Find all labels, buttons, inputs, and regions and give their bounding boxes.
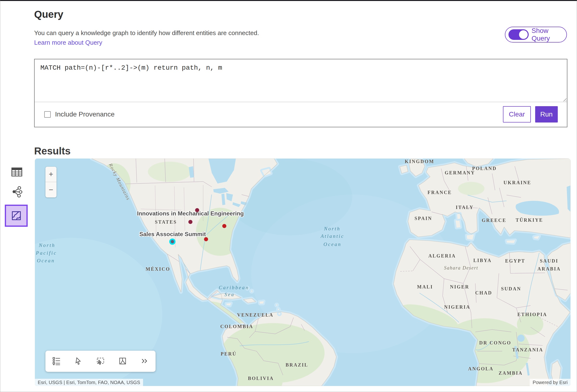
entity-label: Innovations in Mechanical Engineering <box>137 210 244 217</box>
country-label: TÜRKIYE <box>516 217 543 223</box>
water-label: Atlantic <box>321 233 345 239</box>
resize-grip-icon[interactable] <box>562 97 566 101</box>
table-view-button[interactable] <box>11 166 23 179</box>
country-label: ANGOLA <box>468 366 494 372</box>
water-label: North <box>39 242 55 248</box>
learn-more-link[interactable]: Learn more about Query <box>34 39 102 46</box>
graph-view-button[interactable] <box>11 185 23 199</box>
water-label: Sea <box>224 292 235 298</box>
run-button[interactable]: Run <box>535 106 558 123</box>
country-label: STATES <box>155 219 177 225</box>
page-description: You can query a knowledge graph to ident… <box>34 29 259 37</box>
water-label: Ocean <box>37 258 55 264</box>
terrain-label: Sahara Desert <box>444 265 478 271</box>
country-label: MALI <box>417 284 433 290</box>
cursor-select-button[interactable] <box>73 356 84 367</box>
query-footer: Include Provenance Clear Run <box>35 102 567 127</box>
map-attribution: Esri, USGS | Esri, TomTom, FAO, NOAA, US… <box>35 379 143 386</box>
country-label: FRANCE <box>428 190 452 195</box>
more-tools-icon <box>140 357 149 365</box>
map-view-button[interactable] <box>5 205 28 227</box>
country-label: GERMANY <box>445 170 475 176</box>
water-label: Ocean <box>324 241 342 247</box>
select-rectangle-button[interactable] <box>95 356 106 367</box>
country-label: ZAMBIA <box>499 370 523 376</box>
country-label: ARABIA <box>538 266 561 272</box>
water-label: Caribbean <box>219 285 249 291</box>
country-label: GREECE <box>482 218 506 223</box>
cursor-select-icon <box>74 357 83 365</box>
table-icon <box>11 166 23 178</box>
zoom-out-button[interactable]: − <box>45 182 57 197</box>
country-label: TANZANIA <box>512 347 543 353</box>
country-label: SPAIN <box>414 216 432 221</box>
include-provenance-checkbox[interactable] <box>44 111 51 118</box>
country-label: EGYPT <box>505 258 525 264</box>
country-label: LIBYA <box>473 258 492 263</box>
show-query-toggle[interactable]: Show Query <box>505 27 567 42</box>
query-text: MATCH path=(n)-[r*..2]->(m) return path,… <box>40 64 222 72</box>
select-polygon-button[interactable] <box>117 356 128 367</box>
toggle-switch-icon[interactable] <box>508 29 529 40</box>
country-label: UKRAINE <box>504 180 531 185</box>
zoom-in-button[interactable]: + <box>45 167 57 182</box>
country-label: MÉXICO <box>146 266 170 272</box>
map-marker[interactable] <box>188 220 193 224</box>
query-textarea[interactable]: MATCH path=(n)-[r*..2]->(m) return path,… <box>35 59 567 102</box>
country-label: KINGDOM <box>405 159 434 164</box>
include-provenance-option[interactable]: Include Provenance <box>44 110 115 118</box>
country-label: SAUDI <box>540 258 558 264</box>
country-label: ETHIOPIA <box>517 312 547 317</box>
map-marker[interactable] <box>195 208 199 212</box>
country-label: BRAZIL <box>286 362 308 368</box>
water-label: North <box>324 226 340 232</box>
country-label: NIGERIA <box>444 304 470 310</box>
select-polygon-icon <box>118 357 127 365</box>
map-icon <box>11 210 22 222</box>
map-marker-selected[interactable] <box>171 240 174 243</box>
country-label: VENEZUELA <box>237 312 273 318</box>
query-panel: MATCH path=(n)-[r*..2]->(m) return path,… <box>34 59 567 127</box>
results-map[interactable]: KINGDOMPOLANDGERMANYUKRAINEFRANCEITALYSP… <box>35 159 571 386</box>
water-label: Pacific <box>36 250 57 256</box>
legend-button[interactable] <box>51 356 62 367</box>
map-marker[interactable] <box>222 224 226 228</box>
country-label: SUDAN <box>501 286 521 292</box>
select-rectangle-icon <box>96 357 105 365</box>
legend-icon <box>52 357 61 365</box>
country-label: CHAD <box>475 290 492 296</box>
results-title: Results <box>34 145 71 157</box>
network-icon <box>11 185 23 198</box>
clear-button[interactable]: Clear <box>503 106 531 123</box>
country-label: NIGER <box>450 284 469 290</box>
map-marker[interactable] <box>204 237 208 241</box>
include-provenance-label: Include Provenance <box>55 110 115 118</box>
country-label: COLOMBIA <box>220 324 253 329</box>
toggle-knob <box>519 30 528 39</box>
country-label: ITALY <box>456 205 474 210</box>
country-label: POLAND <box>472 166 497 171</box>
page-title: Query <box>34 9 63 20</box>
more-tools-button[interactable] <box>139 356 150 367</box>
entity-label: Sales Associate Summit <box>140 231 206 237</box>
toggle-label: Show Query <box>532 27 566 42</box>
map-zoom-control: + − <box>45 167 57 197</box>
map-toolbar <box>45 351 156 372</box>
country-label: BOLIVIA <box>248 376 274 381</box>
country-label: DR CONGO <box>479 340 511 346</box>
country-label: PERÚ <box>221 351 237 357</box>
country-label: ALGERIA <box>429 253 456 259</box>
powered-by-esri: Powered by Esri <box>530 379 571 386</box>
